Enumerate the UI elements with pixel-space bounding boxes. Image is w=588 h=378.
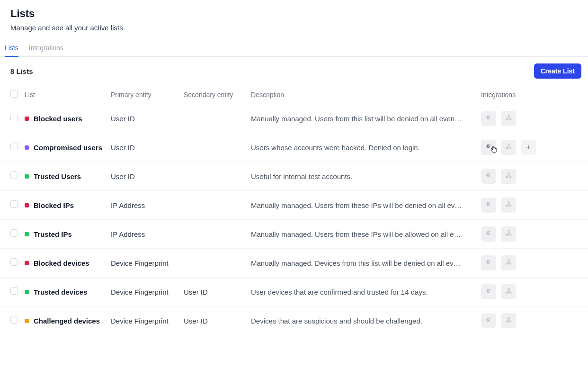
slack-integration-button[interactable] [481, 313, 496, 328]
row-checkbox[interactable] [10, 114, 18, 121]
status-dot [25, 203, 29, 207]
svg-point-0 [506, 118, 508, 120]
slack-icon [485, 230, 492, 238]
tab-integrations[interactable]: Integrations [29, 40, 63, 56]
svg-point-23 [508, 317, 509, 318]
lists-table: List Primary entity Secondary entity Des… [0, 85, 588, 335]
svg-point-9 [506, 205, 508, 207]
slack-integration-button[interactable] [481, 111, 496, 126]
table-row[interactable]: Compromised usersUser IDUsers whose acco… [0, 133, 588, 162]
webhook-icon [505, 230, 512, 239]
table-row[interactable]: Blocked devicesDevice FingerprintManuall… [0, 249, 588, 278]
status-dot [25, 319, 29, 323]
list-name: Trusted devices [34, 288, 87, 296]
list-count: 8 Lists [10, 67, 33, 75]
svg-point-2 [508, 115, 509, 116]
col-list: List [25, 91, 111, 99]
svg-point-17 [508, 259, 509, 261]
status-dot [25, 145, 29, 150]
webhook-integration-button[interactable] [501, 111, 516, 126]
table-row[interactable]: Blocked IPsIP AddressManually managed. U… [0, 191, 588, 220]
list-name-cell[interactable]: Trusted IPs [25, 230, 111, 238]
webhook-integration-button[interactable] [501, 284, 516, 299]
table-row[interactable]: Challenged devicesDevice FingerprintUser… [0, 306, 588, 335]
table-header: List Primary entity Secondary entity Des… [0, 85, 588, 104]
description: Manually managed. Users from this list w… [251, 115, 481, 123]
slack-icon [485, 316, 492, 325]
list-name-cell[interactable]: Trusted Users [25, 172, 111, 180]
svg-point-16 [509, 263, 511, 264]
slack-icon [485, 143, 492, 152]
row-checkbox[interactable] [10, 143, 18, 150]
svg-point-15 [506, 263, 508, 264]
tab-lists[interactable]: Lists [5, 40, 18, 56]
slack-integration-button[interactable] [481, 284, 496, 299]
row-checkbox[interactable] [10, 171, 18, 179]
row-checkbox[interactable] [10, 287, 18, 295]
list-name: Trusted Users [34, 172, 81, 180]
add-integration-button[interactable]: + [521, 140, 536, 155]
primary-entity: IP Address [111, 201, 184, 209]
list-name-cell[interactable]: Blocked devices [25, 259, 111, 267]
description: Users whose accounts were hacked. Denied… [251, 144, 481, 152]
select-all-checkbox[interactable] [10, 90, 18, 98]
svg-point-14 [508, 230, 509, 232]
svg-point-11 [508, 201, 509, 203]
primary-entity: User ID [111, 115, 184, 123]
list-name-cell[interactable]: Trusted devices [25, 288, 111, 296]
list-name-cell[interactable]: Compromised users [25, 144, 111, 152]
slack-integration-button[interactable] [481, 198, 496, 213]
slack-integration-button[interactable] [481, 140, 496, 155]
slack-icon [485, 259, 492, 267]
create-list-button[interactable]: Create List [534, 63, 581, 79]
primary-entity: Device Fingerprint [111, 288, 184, 296]
integrations-cell [481, 284, 588, 299]
list-name-cell[interactable]: Blocked IPs [25, 201, 111, 209]
primary-entity: Device Fingerprint [111, 317, 184, 325]
list-name-cell[interactable]: Challenged devices [25, 317, 111, 325]
webhook-integration-button[interactable] [501, 313, 516, 328]
svg-point-20 [508, 288, 509, 289]
list-name: Blocked IPs [34, 201, 74, 209]
svg-point-21 [506, 321, 508, 322]
webhook-integration-button[interactable] [501, 140, 516, 155]
table-row[interactable]: Trusted UsersUser IDUseful for internal … [0, 162, 588, 191]
svg-point-4 [509, 147, 511, 149]
table-row[interactable]: Trusted IPsIP AddressManually managed. U… [0, 220, 588, 249]
integrations-cell [481, 313, 588, 328]
plus-icon: + [526, 143, 531, 153]
integrations-cell: + [481, 140, 588, 155]
slack-integration-button[interactable] [481, 226, 496, 242]
svg-point-10 [509, 205, 511, 207]
table-row[interactable]: Blocked usersUser IDManually managed. Us… [0, 104, 588, 133]
list-name-cell[interactable]: Blocked users [25, 115, 111, 123]
slack-icon [485, 201, 492, 209]
slack-integration-button[interactable] [481, 255, 496, 270]
row-checkbox[interactable] [10, 229, 18, 237]
table-row[interactable]: Trusted devicesDevice FingerprintUser ID… [0, 278, 588, 306]
primary-entity: IP Address [111, 230, 184, 238]
webhook-icon [505, 201, 512, 210]
integrations-cell [481, 111, 588, 126]
slack-integration-button[interactable] [481, 169, 496, 184]
page-title: Lists [10, 8, 578, 20]
svg-point-6 [506, 176, 508, 178]
secondary-entity: User ID [184, 288, 251, 296]
webhook-integration-button[interactable] [501, 169, 516, 184]
primary-entity: User ID [111, 172, 184, 180]
page-subtitle: Manage and see all your active lists. [10, 24, 578, 32]
svg-point-18 [506, 292, 508, 293]
webhook-icon [505, 172, 512, 181]
row-checkbox[interactable] [10, 258, 18, 266]
description: Manually managed. Users from these IPs w… [251, 230, 481, 238]
webhook-integration-button[interactable] [501, 226, 516, 242]
row-checkbox[interactable] [10, 200, 18, 208]
webhook-integration-button[interactable] [501, 255, 516, 270]
webhook-integration-button[interactable] [501, 198, 516, 213]
svg-point-5 [508, 144, 509, 145]
description: Useful for internal test accounts. [251, 172, 481, 180]
svg-point-8 [508, 172, 509, 174]
integrations-cell [481, 169, 588, 184]
primary-entity: User ID [111, 144, 184, 152]
row-checkbox[interactable] [10, 316, 18, 324]
